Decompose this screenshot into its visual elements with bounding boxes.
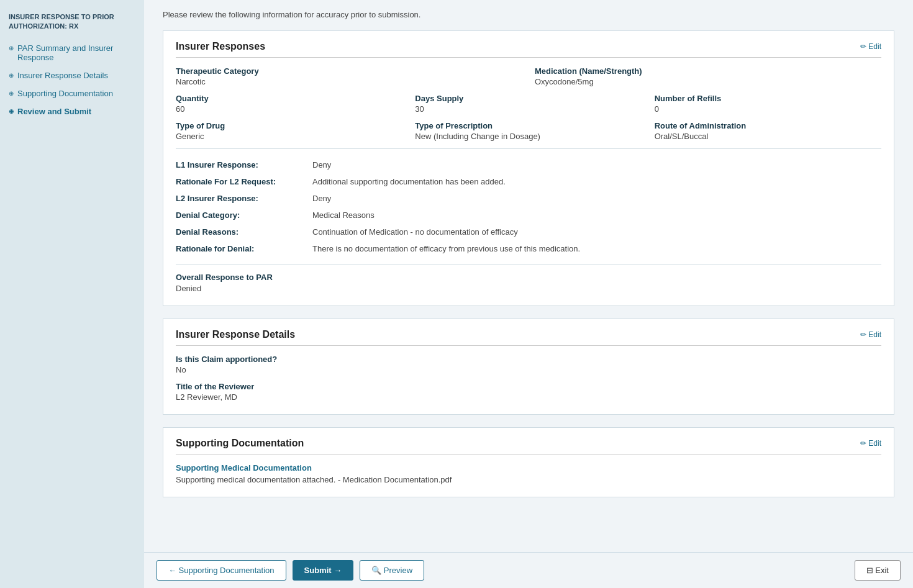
type-of-prescription-field: Type of Prescription New (Including Chan…: [415, 121, 642, 141]
supporting-documentation-edit-label: Edit: [868, 439, 881, 448]
type-of-drug-field: Type of Drug Generic: [176, 121, 402, 141]
response-row-value: Continuation of Medication - no document…: [312, 227, 881, 237]
footer-left: ← Supporting Documentation Submit → 🔍 Pr…: [157, 560, 424, 581]
therapeutic-category-value: Narcotic: [176, 77, 522, 86]
response-row: Rationale for Denial:There is no documen…: [176, 240, 881, 257]
divider-1: [176, 148, 881, 149]
response-row-value: There is no documentation of efficacy fr…: [312, 244, 881, 253]
sidebar-item-label-insurer-response: Insurer Response Details: [17, 71, 108, 80]
supporting-documentation-header: Supporting Documentation ✏ Edit: [176, 438, 881, 455]
preview-button[interactable]: 🔍 Preview: [360, 560, 424, 581]
edit-pencil-icon-3: ✏: [860, 439, 866, 448]
insurer-responses-section: Insurer Responses ✏ Edit Therapeutic Cat…: [163, 30, 894, 306]
claim-apportioned-label: Is this Claim apportioned?: [176, 355, 881, 364]
claim-apportioned-value: No: [176, 365, 881, 374]
response-row-label: Denial Category:: [176, 210, 312, 220]
sidebar-header: INSURER RESPONSE TO PRIOR AUTHORIZATION:…: [0, 7, 144, 39]
type-of-prescription-label: Type of Prescription: [415, 121, 642, 130]
review-notice: Please review the following information …: [163, 10, 894, 19]
type-of-prescription-value: New (Including Change in Dosage): [415, 132, 642, 141]
type-of-drug-label: Type of Drug: [176, 121, 402, 130]
quantity-field: Quantity 60: [176, 94, 402, 114]
footer-right: ⊟ Exit: [855, 560, 901, 581]
sidebar-item-label-supporting-doc: Supporting Documentation: [17, 89, 113, 98]
response-row-value: Deny: [312, 160, 881, 170]
insurer-response-details-edit-link[interactable]: ✏ Edit: [860, 330, 881, 339]
insurer-responses-edit-label: Edit: [868, 42, 881, 51]
sidebar-item-label-review-submit: Review and Submit: [17, 107, 91, 116]
type-of-drug-value: Generic: [176, 132, 402, 141]
response-row-label: Rationale For L2 Request:: [176, 177, 312, 186]
overall-response: Overall Response to PAR Denied: [176, 273, 881, 293]
route-of-admin-value: Oral/SL/Buccal: [655, 132, 881, 141]
quantity-fields-grid: Quantity 60 Days Supply 30 Number of Ref…: [176, 94, 881, 114]
title-reviewer-value: L2 Reviewer, MD: [176, 392, 881, 402]
response-row: Denial Category:Medical Reasons: [176, 207, 881, 224]
sidebar: INSURER RESPONSE TO PRIOR AUTHORIZATION:…: [0, 0, 144, 588]
days-supply-label: Days Supply: [415, 94, 642, 103]
content-area: Please review the following information …: [144, 0, 913, 552]
overall-response-value: Denied: [176, 284, 881, 293]
route-of-admin-label: Route of Administration: [655, 121, 881, 130]
edit-pencil-icon: ✏: [860, 42, 866, 51]
footer: ← Supporting Documentation Submit → 🔍 Pr…: [144, 552, 913, 588]
main-content: Please review the following information …: [144, 0, 913, 588]
response-row: Denial Reasons:Continuation of Medicatio…: [176, 224, 881, 240]
sidebar-bullet-1: ⊕: [9, 45, 14, 52]
insurer-response-details-title: Insurer Response Details: [176, 329, 295, 340]
sidebar-bullet-4: ⊕: [9, 108, 14, 115]
medication-field: Medication (Name/Strength) Oxycodone/5mg: [535, 66, 881, 86]
top-fields-grid: Therapeutic Category Narcotic Medication…: [176, 66, 881, 86]
response-row-label: Rationale for Denial:: [176, 244, 312, 253]
refills-value: 0: [655, 104, 881, 114]
response-row-label: L1 Insurer Response:: [176, 160, 312, 170]
response-row-value: Deny: [312, 194, 881, 203]
overall-response-label: Overall Response to PAR: [176, 273, 881, 282]
response-row-value: Medical Reasons: [312, 210, 881, 220]
insurer-response-details-header: Insurer Response Details ✏ Edit: [176, 329, 881, 346]
response-row: Rationale For L2 Request:Additional supp…: [176, 173, 881, 190]
divider-2: [176, 265, 881, 265]
title-reviewer-field: Title of the Reviewer L2 Reviewer, MD: [176, 382, 881, 402]
quantity-value: 60: [176, 104, 402, 114]
quantity-label: Quantity: [176, 94, 402, 103]
refills-field: Number of Refills 0: [655, 94, 881, 114]
response-rows: L1 Insurer Response:DenyRationale For L2…: [176, 156, 881, 257]
submit-button[interactable]: Submit →: [293, 560, 354, 581]
drug-fields-grid: Type of Drug Generic Type of Prescriptio…: [176, 121, 881, 141]
supporting-documentation-edit-link[interactable]: ✏ Edit: [860, 439, 881, 448]
supporting-documentation-title: Supporting Documentation: [176, 438, 304, 449]
sidebar-item-insurer-response-details[interactable]: ⊕ Insurer Response Details: [0, 66, 144, 84]
days-supply-value: 30: [415, 104, 642, 114]
back-button[interactable]: ← Supporting Documentation: [157, 560, 286, 581]
claim-apportioned-field: Is this Claim apportioned? No: [176, 355, 881, 374]
insurer-response-details-edit-label: Edit: [868, 330, 881, 339]
response-row: L1 Insurer Response:Deny: [176, 156, 881, 173]
sidebar-bullet-3: ⊕: [9, 90, 14, 97]
medication-value: Oxycodone/5mg: [535, 77, 881, 86]
sidebar-item-review-submit[interactable]: ⊕ Review and Submit: [0, 102, 144, 120]
insurer-responses-header: Insurer Responses ✏ Edit: [176, 41, 881, 58]
insurer-response-details-section: Insurer Response Details ✏ Edit Is this …: [163, 319, 894, 415]
response-row-label: Denial Reasons:: [176, 227, 312, 237]
therapeutic-category-label: Therapeutic Category: [176, 66, 522, 76]
response-row: L2 Insurer Response:Deny: [176, 190, 881, 207]
response-row-label: L2 Insurer Response:: [176, 194, 312, 203]
sidebar-item-par-summary[interactable]: ⊕ PAR Summary and Insurer Response: [0, 39, 144, 66]
supporting-documentation-section: Supporting Documentation ✏ Edit Supporti…: [163, 427, 894, 497]
response-row-value: Additional supporting documentation has …: [312, 177, 881, 186]
sidebar-item-label-par-summary: PAR Summary and Insurer Response: [17, 43, 135, 62]
supporting-doc-value: Supporting medical documentation attache…: [176, 475, 881, 484]
sidebar-bullet-2: ⊕: [9, 72, 14, 79]
insurer-responses-edit-link[interactable]: ✏ Edit: [860, 42, 881, 51]
title-reviewer-label: Title of the Reviewer: [176, 382, 881, 391]
route-of-admin-field: Route of Administration Oral/SL/Buccal: [655, 121, 881, 141]
edit-pencil-icon-2: ✏: [860, 330, 866, 339]
therapeutic-category-field: Therapeutic Category Narcotic: [176, 66, 522, 86]
supporting-medical-doc-field: Supporting Medical Documentation Support…: [176, 463, 881, 484]
supporting-doc-title-label: Supporting Medical Documentation: [176, 463, 881, 473]
exit-button[interactable]: ⊟ Exit: [855, 560, 901, 581]
insurer-responses-title: Insurer Responses: [176, 41, 265, 52]
sidebar-item-supporting-documentation[interactable]: ⊕ Supporting Documentation: [0, 84, 144, 102]
days-supply-field: Days Supply 30: [415, 94, 642, 114]
